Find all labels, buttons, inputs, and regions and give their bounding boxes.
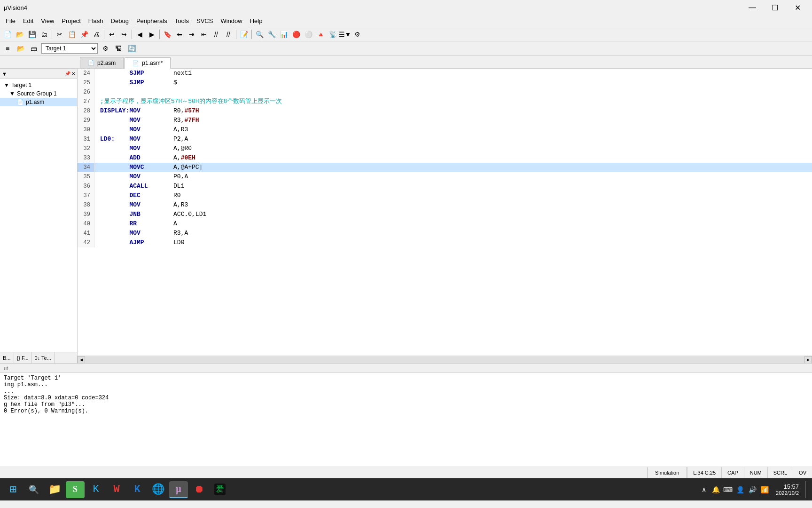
tool1-button[interactable]: 🔧 xyxy=(266,29,277,40)
code-line-36: 36 ACALL DL1 xyxy=(78,182,812,191)
scroll-track[interactable] xyxy=(85,356,804,363)
open-file-button[interactable]: 📂 xyxy=(14,29,25,40)
settings-button[interactable]: ⚙ xyxy=(351,29,363,40)
save-all-button[interactable]: 🗂 xyxy=(39,29,50,40)
tab-p2asm[interactable]: 📄 p2.asm xyxy=(80,57,124,68)
target-settings-button[interactable]: ⚙ xyxy=(100,43,111,54)
open-document-button[interactable]: 📝 xyxy=(238,29,250,40)
indent-button[interactable]: ⇥ xyxy=(186,29,197,40)
template-button[interactable]: 🗃 xyxy=(28,43,39,54)
tree-item-target[interactable]: ▼ Target 1 xyxy=(0,81,77,89)
output-line-4: Size: data=8.0 xdata=0 code=324 xyxy=(4,395,808,401)
tool4-button[interactable]: ⚪ xyxy=(303,29,314,40)
menu-view[interactable]: View xyxy=(37,16,58,25)
tool2-button[interactable]: 📊 xyxy=(278,29,289,40)
comment-block-button[interactable]: // xyxy=(211,29,222,40)
menu-flash[interactable]: Flash xyxy=(85,16,107,25)
search-button[interactable]: 🔍 xyxy=(254,29,265,40)
tool3-button[interactable]: 🔴 xyxy=(290,29,302,40)
print-button[interactable]: 🖨 xyxy=(91,29,102,40)
menu-svcs[interactable]: SVCS xyxy=(193,16,217,25)
sidebar-tab-f[interactable]: {} F... xyxy=(14,352,32,363)
tray-keyboard-icon[interactable]: ⌨ xyxy=(723,485,733,494)
code-line-37: 37 DEC R0 xyxy=(78,191,812,200)
view-options-button[interactable]: ☰▼ xyxy=(339,29,351,40)
sidebar-close-button[interactable]: ✕ xyxy=(71,71,75,76)
sidebar-collapse-arrow[interactable]: ▼ xyxy=(2,71,7,77)
tree-item-p1asm[interactable]: 📄 p1.asm xyxy=(0,98,77,106)
nav-back-button[interactable]: ◀ xyxy=(134,29,145,40)
bookmark-prev-button[interactable]: ⬅ xyxy=(174,29,185,40)
unindent-button[interactable]: ⇤ xyxy=(198,29,210,40)
tree-expand-target: ▼ xyxy=(4,82,9,88)
network-icon: 🌐 xyxy=(152,483,164,496)
taskbar-network-icon[interactable]: 🌐 xyxy=(148,481,167,498)
tab-p1asm[interactable]: 📄 p1.asm* xyxy=(125,57,171,69)
horizontal-scrollbar[interactable]: ◀ ▶ xyxy=(78,356,812,363)
line-content-41: MOV R3,A xyxy=(94,229,188,238)
sidebar-toggle-button[interactable]: ≡ xyxy=(2,43,13,54)
scroll-right-button[interactable]: ▶ xyxy=(804,356,812,364)
copy-button[interactable]: 📋 xyxy=(66,29,78,40)
uvision-icon: μ xyxy=(176,484,181,494)
clock[interactable]: 15:57 2022/10/2 xyxy=(772,483,803,496)
taskbar-sougou[interactable]: S xyxy=(66,481,85,498)
line-content-30: MOV A,R3 xyxy=(94,125,188,135)
clock-time: 15:57 xyxy=(776,483,799,490)
app-title: μVision4 xyxy=(4,4,27,11)
taskbar-keil1[interactable]: K xyxy=(86,481,105,498)
build-button[interactable]: 🏗 xyxy=(113,43,124,54)
menu-file[interactable]: File xyxy=(2,16,19,25)
tray-user-icon[interactable]: 👤 xyxy=(735,485,745,494)
rebuild-button[interactable]: 🔄 xyxy=(126,43,137,54)
menu-tools[interactable]: Tools xyxy=(171,16,193,25)
code-editor[interactable]: 24 SJMP next1 25 SJMP $ 26 27 ;显示子程序，显示缓… xyxy=(78,69,812,363)
nav-fwd-button[interactable]: ▶ xyxy=(146,29,157,40)
sidebar-tab-b[interactable]: B... xyxy=(0,352,14,363)
search-taskbar-button[interactable]: 🔍 xyxy=(24,480,43,499)
new-file-button[interactable]: 📄 xyxy=(2,29,13,40)
tray-taskbar-icon[interactable]: 🔔 xyxy=(711,485,720,494)
scroll-left-button[interactable]: ◀ xyxy=(78,356,85,364)
paste-button[interactable]: 📌 xyxy=(78,29,90,40)
uncomment-button[interactable]: // xyxy=(223,29,234,40)
taskbar-k-soft[interactable]: K xyxy=(128,481,147,498)
tool5-button[interactable]: 🔺 xyxy=(315,29,326,40)
tree-item-source-group[interactable]: ▼ Source Group 1 xyxy=(0,89,77,98)
close-button[interactable]: ✕ xyxy=(787,0,808,15)
menu-project[interactable]: Project xyxy=(58,16,84,25)
taskbar-uvision[interactable]: μ xyxy=(169,481,188,498)
output-content[interactable]: Target 'Target 1' ing p1.asm... ... Size… xyxy=(0,373,812,467)
code-content[interactable]: 24 SJMP next1 25 SJMP $ 26 27 ;显示子程序，显示缓… xyxy=(78,69,812,356)
taskbar-wps[interactable]: W xyxy=(107,481,126,498)
save-button[interactable]: 💾 xyxy=(26,29,38,40)
start-button[interactable]: ⊞ xyxy=(4,480,23,499)
redo-button[interactable]: ↪ xyxy=(118,29,130,40)
bookmark-button[interactable]: 🔖 xyxy=(162,29,173,40)
undo-button[interactable]: ↩ xyxy=(106,29,117,40)
keil1-icon: K xyxy=(93,484,99,495)
taskbar-iqiyi[interactable]: 爱 xyxy=(211,481,229,498)
sidebar: ▼ 📌 ✕ ▼ Target 1 ▼ Source Group 1 📄 p1.a… xyxy=(0,69,78,363)
tray-network-icon[interactable]: 📶 xyxy=(760,485,769,494)
menu-window[interactable]: Window xyxy=(217,16,246,25)
sidebar-tab-te[interactable]: 0↓ Te... xyxy=(32,352,55,363)
maximize-button[interactable]: ☐ xyxy=(764,0,786,15)
tray-volume-icon[interactable]: 🔊 xyxy=(748,485,757,494)
menu-peripherals[interactable]: Peripherals xyxy=(133,16,171,25)
sidebar-tab-f-label: {} F... xyxy=(17,355,29,361)
menu-edit[interactable]: Edit xyxy=(19,16,37,25)
files-view-button[interactable]: 📂 xyxy=(15,43,26,54)
target-selector[interactable]: Target 1 xyxy=(41,43,98,54)
taskbar-record[interactable]: ⏺ xyxy=(190,481,209,498)
taskbar-file-explorer[interactable]: 📁 xyxy=(45,481,64,498)
sidebar-pin-button[interactable]: 📌 xyxy=(65,71,70,76)
menu-debug[interactable]: Debug xyxy=(107,16,133,25)
show-hidden-icons-button[interactable]: ∧ xyxy=(700,486,708,493)
cut-button[interactable]: ✂ xyxy=(54,29,65,40)
tool6-button[interactable]: 📡 xyxy=(327,29,338,40)
code-line-42: 42 AJMP LD0 xyxy=(78,238,812,247)
menu-help[interactable]: Help xyxy=(246,16,266,25)
show-desktop-button[interactable] xyxy=(805,481,808,498)
minimize-button[interactable]: — xyxy=(742,0,763,15)
